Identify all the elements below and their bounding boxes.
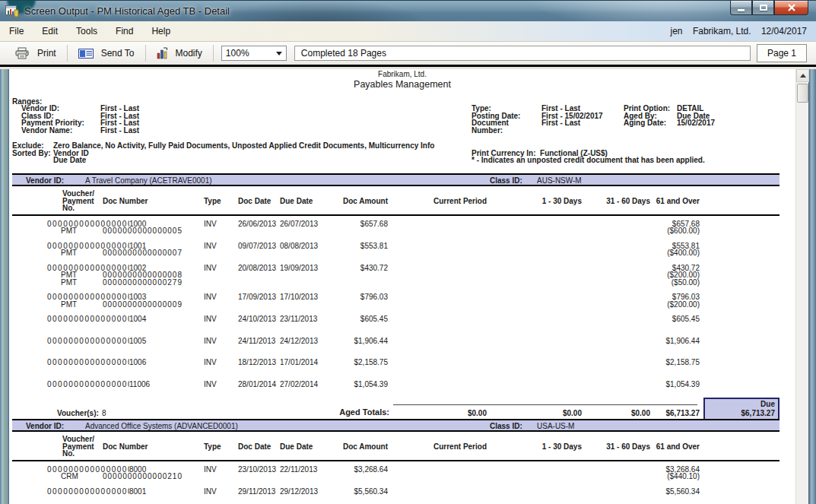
ranges-left: Vendor ID:First - Last Class ID:First - … — [21, 105, 139, 134]
range-value: First - Last — [100, 127, 139, 135]
doc-amount: $657.68 — [325, 220, 388, 228]
due-date: 22/11/2013 — [280, 466, 325, 474]
aged-totals-label: Aged Totals: — [268, 407, 389, 417]
toolbar-separator — [213, 45, 214, 62]
due-date: 19/09/2013 — [280, 265, 325, 272]
menu-tools[interactable]: Tools — [67, 22, 106, 40]
doc-type: INV — [204, 242, 238, 250]
vendor-id-value: Advanced Office Systems (ADVANCED0001) — [85, 422, 238, 430]
apply-amount: ($50.00) — [650, 279, 700, 287]
title-bar[interactable]: Screen Output - PM Historical Aged TB - … — [0, 0, 816, 21]
menu-help[interactable]: Help — [142, 22, 179, 40]
col-current-period: Current Period — [388, 198, 487, 212]
aged-61-over: $605.45 — [650, 315, 700, 323]
doc-date: 28/01/2014 — [238, 381, 280, 388]
ranges-middle: Type:First - Last Posting Date:First - 1… — [472, 105, 603, 134]
class-id-value: USA-US-M — [537, 422, 574, 430]
doc-amount: $430.72 — [325, 265, 388, 272]
totals-rule — [393, 404, 697, 405]
zoom-value: 100% — [226, 48, 249, 59]
table-row: 00000000000000000 1004 INV 24/10/2013 23… — [9, 315, 795, 323]
col-doc-number: Doc Number — [103, 443, 204, 458]
menu-find[interactable]: Find — [106, 22, 142, 40]
minimize-button[interactable] — [730, 1, 752, 15]
doc-type: INV — [204, 315, 238, 323]
doc-date: 24/10/2013 — [238, 315, 280, 323]
doc-amount: $1,906.44 — [325, 338, 388, 345]
table-row: 00000000000000000 1000 INV 26/06/2013 26… — [9, 220, 795, 235]
window-title: Screen Output - PM Historical Aged TB - … — [24, 5, 230, 17]
col-current-period: Current Period — [388, 443, 487, 458]
col-due-date: Due Date — [280, 198, 325, 212]
print-button[interactable]: Print — [8, 45, 64, 62]
doc-amount: $1,054.39 — [325, 381, 388, 388]
due-date: 24/12/2013 — [280, 338, 325, 345]
menu-file[interactable]: File — [0, 22, 33, 40]
vendor-id-label: Vendor ID: — [26, 176, 64, 185]
ranges-right: Print Option:DETAIL Aged By:Due Date Agi… — [624, 105, 715, 127]
print-icon — [15, 47, 30, 59]
vendor-header-bar: Vendor ID: Advanced Office Systems (ADVA… — [12, 419, 779, 432]
menu-edit[interactable]: Edit — [33, 22, 67, 40]
doc-amount: $3,268.64 — [325, 466, 388, 474]
doc-type: INV — [204, 265, 238, 272]
voucher-no: 00000000000000000 — [47, 488, 129, 496]
voucher-count: 8 — [102, 409, 106, 417]
apply-type: PMT — [61, 301, 103, 309]
due-total-box: Due $6,713.27 — [703, 398, 779, 420]
window-icon — [5, 5, 19, 17]
minimize-icon — [738, 9, 745, 11]
vendor-id-label: Vendor ID: — [26, 422, 64, 430]
doc-type: INV — [204, 381, 238, 388]
due-date: 23/11/2013 — [280, 315, 325, 323]
window-right-border — [808, 69, 816, 504]
apply-doc-number: 0000000000000005 — [103, 227, 650, 235]
class-id-label: Class ID: — [490, 422, 522, 430]
apply-amount: ($200.00) — [650, 301, 700, 309]
vendor-section: Vendor ID: Advanced Office Systems (ADVA… — [9, 419, 795, 504]
col-61-over: 61 and Over — [650, 443, 700, 458]
aged-61-over: $1,054.39 — [650, 381, 700, 388]
send-to-button[interactable]: Send To — [71, 46, 142, 62]
modify-button[interactable]: Modify — [149, 45, 210, 62]
col-doc-date: Doc Date — [238, 198, 280, 212]
header-rule — [12, 214, 779, 216]
apply-doc-number: 0000000000000008 — [103, 271, 650, 279]
doc-amount: $605.45 — [325, 315, 388, 323]
table-row: 00000000000000000 8001 INV 29/11/2013 29… — [9, 488, 795, 496]
modify-icon — [157, 47, 168, 59]
apply-type: PMT — [61, 249, 103, 257]
due-date: 17/10/2013 — [280, 293, 325, 301]
apply-amount: ($400.00) — [650, 249, 700, 257]
report-footnote: * - Indicates an unposted credit documen… — [472, 156, 705, 164]
page-number: Page 1 — [767, 48, 796, 59]
doc-type: INV — [204, 466, 238, 474]
sorted-by-label: Sorted By: — [12, 149, 51, 157]
page-indicator: Page 1 — [757, 44, 807, 62]
vertical-scrollbar[interactable] — [795, 69, 808, 504]
table-row: 00000000000000000 8000 INV 23/10/2013 22… — [9, 466, 795, 480]
scrollbar-thumb[interactable] — [797, 84, 808, 103]
column-headers: Payment No. Doc Number Type Doc Date Due… — [62, 198, 795, 212]
zoom-select[interactable]: 100% — [221, 46, 287, 61]
header-rule — [12, 460, 779, 461]
table-row: 00000000000000000 11006 INV 28/01/2014 2… — [9, 381, 795, 388]
sorted-by-2: Due Date — [53, 156, 86, 164]
range-label: Aging Date: — [624, 119, 677, 127]
voucher-no: 00000000000000000 — [47, 338, 129, 345]
total-1-30: $0.00 — [487, 409, 582, 417]
aged-61-over: $2,158.75 — [650, 359, 700, 366]
total-61-over: $6,713.27 — [650, 409, 700, 417]
doc-amount: $553.81 — [325, 242, 388, 250]
close-button[interactable] — [774, 1, 808, 15]
due-label: Due — [705, 400, 775, 409]
range-label: Document Number: — [472, 119, 541, 134]
doc-amount: $2,158.75 — [325, 359, 388, 366]
doc-date: 26/06/2013 — [238, 220, 280, 228]
maximize-button[interactable] — [752, 1, 774, 15]
report-company: Fabrikam, Ltd. — [9, 70, 795, 78]
table-row: 00000000000000000 1005 INV 24/11/2013 24… — [9, 338, 795, 345]
doc-date: 23/10/2013 — [238, 466, 280, 474]
scrollbar-up-button[interactable] — [796, 69, 809, 82]
voucher-no: 00000000000000000 — [47, 359, 129, 366]
